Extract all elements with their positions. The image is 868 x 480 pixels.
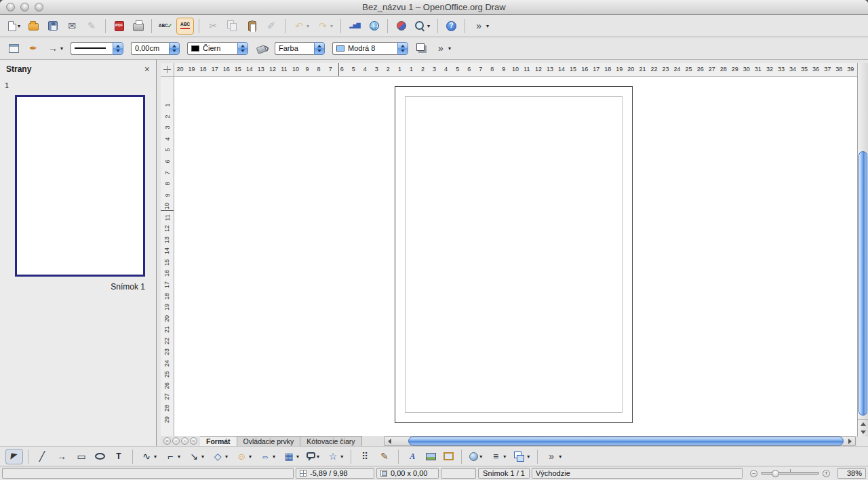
scroll-left-button[interactable] [384, 437, 395, 445]
align-button[interactable]: ≡▾ [487, 449, 509, 464]
export-pdf-button[interactable]: PDF [111, 18, 127, 35]
more-drawing-button[interactable]: »▾ [542, 449, 564, 464]
ruler-number: 34 [787, 63, 798, 76]
page-style-field[interactable]: Východzie [532, 468, 743, 479]
stars-button[interactable]: ☆▾ [324, 449, 346, 464]
tab-format[interactable]: Formát [200, 436, 237, 446]
rectangle-button[interactable]: ▭ [73, 449, 90, 464]
email-button[interactable]: ✉ [63, 18, 81, 35]
scroll-right-button[interactable] [845, 437, 855, 445]
navigator-button[interactable] [393, 18, 410, 35]
chart-button[interactable]: ▂▅▇ [346, 18, 363, 35]
previous-page-button[interactable]: ‹ [172, 437, 180, 445]
close-panel-button[interactable]: × [144, 64, 150, 74]
more-linefill-button[interactable]: »▾ [432, 40, 454, 57]
line-width-input[interactable]: 0,00cm [131, 42, 169, 55]
symbol-shapes-button[interactable]: ☺▾ [233, 449, 254, 464]
ellipse-button[interactable] [92, 449, 108, 464]
line-style-stepper[interactable] [113, 42, 123, 55]
scroll-up-button[interactable] [861, 422, 866, 426]
horizontal-scroll-track[interactable] [395, 437, 846, 445]
3d-objects-button[interactable]: ▾ [467, 449, 485, 464]
basic-shapes-button[interactable]: ◇▾ [209, 449, 231, 464]
drawing-page[interactable] [395, 86, 633, 423]
open-button[interactable] [25, 18, 42, 35]
scroll-down-button[interactable] [861, 431, 866, 434]
zoom-out-button[interactable] [750, 470, 757, 477]
selection-size-field[interactable]: 0,00 x 0,00 [376, 468, 439, 479]
spellcheck-button[interactable]: ABC✓ [157, 18, 174, 35]
new-button[interactable]: ▾ [5, 18, 23, 35]
line-width-stepper[interactable] [169, 42, 180, 55]
close-button[interactable] [6, 3, 15, 12]
line-button[interactable]: ╱ [33, 449, 51, 464]
curve-button[interactable]: ∿▾ [138, 449, 159, 464]
line-color-combo[interactable]: Čiern [187, 42, 248, 55]
copy-icon [226, 20, 239, 32]
points-button[interactable]: ⠿ [356, 449, 374, 464]
minimize-button[interactable] [20, 3, 29, 12]
horizontal-scroll-thumb[interactable] [408, 437, 844, 445]
zoom-slider[interactable] [761, 472, 819, 475]
gallery-button[interactable] [441, 449, 456, 464]
fill-color-field[interactable]: Modrá 8 [332, 42, 397, 55]
arrange-button[interactable]: ▾ [511, 449, 532, 464]
fill-style-field[interactable]: Farba [275, 42, 314, 55]
arrow-style-button[interactable]: →▾ [44, 40, 66, 57]
line-width-combo[interactable]: 0,00cm [131, 42, 180, 55]
hyperlink-globe-button[interactable] [366, 18, 382, 35]
more-buttons-button[interactable]: »▾ [470, 18, 492, 35]
paste-button[interactable] [243, 18, 260, 35]
line-style-field[interactable] [71, 42, 113, 55]
vertical-ruler[interactable]: 1234567891011121314151617181920212223242… [161, 77, 174, 436]
fontwork-button[interactable]: A [403, 449, 421, 464]
arrow-button[interactable]: → [53, 449, 71, 464]
vertical-scrollbar[interactable] [857, 63, 868, 437]
glue-points-button[interactable]: ✎ [376, 449, 393, 464]
next-page-button[interactable]: › [181, 437, 189, 445]
callouts-button[interactable]: ▾ [304, 449, 322, 464]
select-button[interactable]: ◤ [5, 449, 23, 464]
fill-style-combo[interactable]: Farba [275, 42, 325, 55]
toolbar-separator [151, 19, 152, 33]
styles-window-button[interactable] [5, 40, 22, 57]
autospellcheck-button[interactable]: ABC [176, 18, 194, 35]
first-page-button[interactable]: « [163, 437, 171, 445]
shadow-button[interactable] [413, 40, 430, 57]
ruler-number: 12 [267, 63, 278, 76]
zoom-button[interactable]: ▾ [412, 18, 433, 35]
zoom-in-button[interactable] [823, 470, 830, 477]
connector-button[interactable]: ⌐▾ [161, 449, 183, 464]
lines-arrows-button[interactable]: ↘▾ [185, 449, 207, 464]
vertical-scroll-thumb[interactable] [859, 151, 867, 416]
line-color-stepper[interactable] [237, 42, 248, 55]
title-bar[interactable]: Bez_názvu 1 – OpenOffice.org Draw [0, 0, 868, 15]
horizontal-ruler[interactable]: 2019181716151413121110987654321123456789… [174, 63, 857, 77]
zoom-percent-field[interactable]: 38% [837, 468, 866, 479]
page-thumbnail[interactable] [15, 95, 145, 277]
horizontal-scrollbar[interactable] [384, 436, 856, 446]
line-color-field[interactable]: Čiern [187, 42, 237, 55]
from-file-button[interactable] [423, 449, 439, 464]
fill-color-combo[interactable]: Modrá 8 [332, 42, 408, 55]
save-button[interactable] [44, 18, 61, 35]
fill-color-stepper[interactable] [397, 42, 408, 55]
block-arrows-button[interactable]: ⇔▾ [256, 449, 278, 464]
line-style-combo[interactable] [71, 42, 123, 55]
text-button[interactable]: T [110, 449, 127, 464]
maximize-button[interactable] [35, 3, 43, 12]
tab-controls[interactable]: Ovládacie prvky [237, 436, 301, 446]
ruler-number: 33 [775, 63, 787, 76]
cursor-position-field[interactable]: -5,89 / 9,98 [296, 468, 374, 479]
line-dialog-button[interactable]: ✒ [24, 40, 42, 57]
last-page-button[interactable]: » [190, 437, 197, 445]
tab-dimension-lines[interactable]: Kótovacie čiary [300, 436, 361, 446]
drawing-canvas[interactable] [174, 77, 857, 436]
page-thumbnail-caption[interactable]: Snímok 1 [15, 282, 145, 292]
print-button[interactable] [130, 18, 146, 35]
flowchart-button[interactable]: ▦▾ [280, 449, 302, 464]
zoom-slider-thumb[interactable] [772, 470, 779, 477]
area-dialog-button[interactable] [253, 40, 270, 57]
help-button[interactable]: ? [443, 18, 460, 35]
fill-style-stepper[interactable] [314, 42, 325, 55]
